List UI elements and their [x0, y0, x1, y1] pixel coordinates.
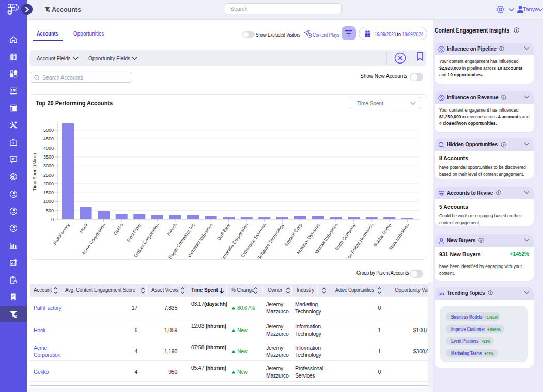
svg-text:1000: 1000 [43, 199, 54, 204]
svg-text:4500: 4500 [43, 136, 54, 142]
svg-text:Bubba Gump: Bubba Gump [373, 222, 393, 247]
svg-text:3500: 3500 [43, 154, 54, 160]
svg-text:2500: 2500 [43, 173, 54, 178]
svg-text:Soylent Corp: Soylent Corp [284, 222, 303, 247]
svg-text:4000: 4000 [43, 146, 54, 151]
svg-text:5000: 5000 [43, 128, 54, 133]
svg-text:Duff Beer: Duff Beer [216, 222, 231, 241]
svg-text:500: 500 [46, 208, 54, 213]
svg-text:Initech: Initech [166, 222, 178, 236]
svg-text:3000: 3000 [43, 163, 54, 168]
svg-text:Pied Piper: Pied Piper [126, 222, 142, 243]
svg-text:0: 0 [51, 217, 54, 222]
svg-text:Time Spent (Mins): Time Spent (Mins) [32, 153, 37, 191]
svg-text:1500: 1500 [43, 190, 54, 195]
svg-text:PathFactory: PathFactory [52, 222, 71, 246]
svg-text:2000: 2000 [43, 181, 54, 186]
svg-text:0: 0 [15, 315, 17, 318]
svg-text:Gekko: Gekko [113, 222, 125, 236]
svg-text:Hooli: Hooli [79, 222, 89, 234]
